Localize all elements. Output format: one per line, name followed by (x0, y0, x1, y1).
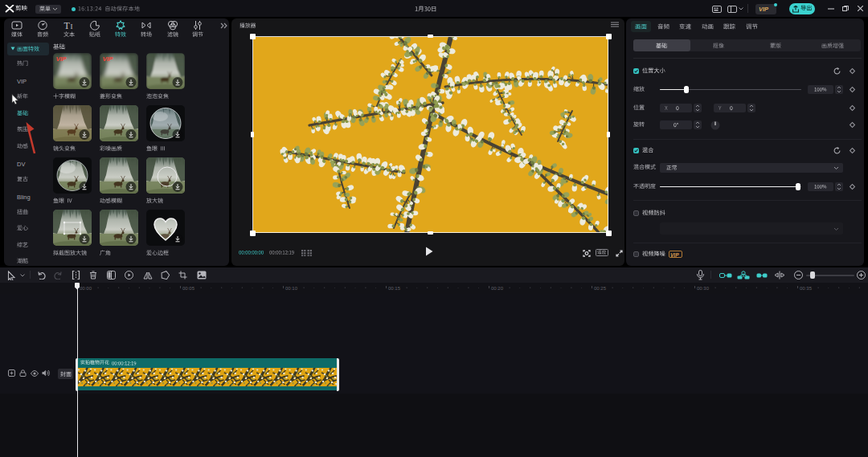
svg-text:VIP: VIP (56, 55, 68, 63)
svg-text:00:25: 00:25 (594, 286, 607, 291)
svg-text:00:05: 00:05 (182, 286, 195, 291)
svg-text:VIP: VIP (103, 55, 114, 63)
svg-text:Bling: Bling (17, 194, 31, 201)
svg-text:DV: DV (17, 161, 25, 168)
svg-text:00:10: 00:10 (285, 286, 298, 291)
svg-text:VIP: VIP (759, 6, 769, 12)
svg-text:00:20: 00:20 (491, 286, 504, 291)
svg-text:VIP: VIP (17, 78, 27, 85)
svg-text:VIP: VIP (670, 251, 679, 257)
svg-text:00:00: 00:00 (80, 286, 92, 291)
svg-text:T: T (63, 20, 70, 31)
svg-text:00:15: 00:15 (388, 286, 401, 291)
svg-text:00:30: 00:30 (697, 286, 710, 291)
svg-text:00:35: 00:35 (800, 286, 813, 291)
svg-text:I: I (70, 22, 72, 31)
